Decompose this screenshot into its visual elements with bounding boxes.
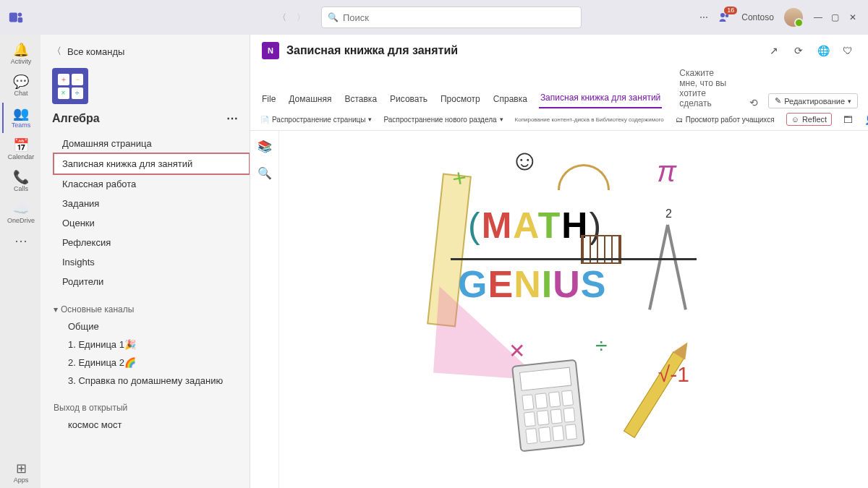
notebook-nav-rail: 📚 🔍 <box>250 131 279 488</box>
svg-rect-0 <box>9 13 17 22</box>
bell-icon: 🔔 <box>13 43 29 56</box>
svg-point-3 <box>720 13 725 17</box>
tab-reflect[interactable]: Рефлексия <box>41 233 250 252</box>
class-notebook-toolbar: 📄 Распространение страницы ▾ Распростран… <box>250 108 868 131</box>
tab-assignments[interactable]: Задания <box>41 194 250 213</box>
calendar-icon: 📅 <box>13 139 29 152</box>
pencil-icon: ✎ <box>775 96 781 106</box>
copy-to-library-button[interactable]: Копирование контент-диска в Библиотеку с… <box>515 116 664 123</box>
ribbon-view[interactable]: Просмотр <box>439 91 482 108</box>
chevron-left-icon: 〈 <box>52 45 61 58</box>
org-name: Contoso <box>741 12 774 22</box>
ribbon-draw[interactable]: Рисовать <box>388 91 429 108</box>
open-external-icon[interactable]: ↗ <box>765 42 783 59</box>
tab-insights[interactable]: Insights <box>41 252 250 272</box>
svg-point-1 <box>18 13 22 17</box>
ribbon-file[interactable]: File <box>260 91 277 108</box>
rail-calendar[interactable]: 📅Calendar <box>2 134 38 165</box>
global-search[interactable]: 🔍 <box>321 7 582 28</box>
rail-more[interactable]: ⋯ <box>2 230 38 252</box>
chevron-down-icon: ▾ <box>54 304 58 314</box>
search-page-icon[interactable]: 🔍 <box>258 166 272 180</box>
ribbon-help[interactable]: Справка <box>492 91 529 108</box>
teams-logo-icon <box>6 7 26 27</box>
team-tabs: Домашняя страница Записная книжка для за… <box>41 134 250 296</box>
ribbon-insert[interactable]: Вставка <box>343 91 378 108</box>
rail-activity[interactable]: 🔔Activity <box>2 39 38 69</box>
window-titlebar: 〈 〉 🔍 ⋯ 16 Contoso — ▢ ✕ <box>0 0 868 35</box>
sync-icon[interactable]: ⟲ <box>749 97 758 108</box>
app-rail: 🔔Activity 💬Chat 👥Teams 📅Calendar 📞Calls … <box>0 35 41 488</box>
svg-rect-2 <box>18 17 22 22</box>
ribbon-class-notebook[interactable]: Записная книжка для занятий <box>539 90 662 108</box>
more-icon: ⋯ <box>14 234 27 247</box>
globe-icon[interactable]: 🌐 <box>814 42 832 59</box>
notebook-canvas[interactable]: + ☺ π 2 (MATH) GENIUS ✕ ÷ √-1 <box>279 131 868 488</box>
distribute-page-button[interactable]: 📄 Распространение страницы ▾ <box>260 116 372 124</box>
review-icon: 🗂 <box>676 116 683 124</box>
main-area: 🔔Activity 💬Chat 👥Teams 📅Calendar 📞Calls … <box>0 35 868 488</box>
group2-header[interactable]: Выход в открытый <box>41 400 250 416</box>
page-icon: 📄 <box>260 116 269 124</box>
ribbon-home[interactable]: Домашняя <box>287 91 333 108</box>
refresh-icon[interactable]: ⟳ <box>790 42 807 59</box>
teams-icon: 👥 <box>13 107 29 120</box>
channel-unit1[interactable]: 1. Единица 1🎉 <box>41 335 250 354</box>
math-genius-art: + ☺ π 2 (MATH) GENIUS ✕ ÷ √-1 <box>429 138 718 449</box>
close-button[interactable]: ✕ <box>848 12 858 22</box>
distribute-section-button[interactable]: Распространение нового раздела ▾ <box>383 116 503 124</box>
channels-header[interactable]: ▾Основные каналы <box>41 301 250 317</box>
rail-teams[interactable]: 👥Teams <box>2 103 38 133</box>
channel-unit2[interactable]: 2. Единица 2🌈 <box>41 354 250 372</box>
tab-parents[interactable]: Родители <box>41 272 250 291</box>
search-icon: 🔍 <box>328 12 339 22</box>
content-header: N Записная книжка для занятий ↗ ⟳ 🌐 🛡 <box>250 35 868 64</box>
toolbar-addon-1-icon[interactable]: 🗔 <box>843 114 853 125</box>
chevron-down-icon: ▾ <box>368 116 372 123</box>
review-student-work-button[interactable]: 🗂 Просмотр работ учащихся <box>676 116 775 124</box>
rail-onedrive[interactable]: ☁️OneDrive <box>2 198 38 228</box>
back-to-teams[interactable]: 〈 Все команды <box>41 35 250 64</box>
tab-home[interactable]: Домашняя страница <box>41 134 250 153</box>
notebook-page-wrap: 📚 🔍 + ☺ π 2 (MATH) GENIUS ✕ <box>250 131 868 488</box>
channel-hw-help[interactable]: 3. Справка по домашнему заданию <box>41 372 250 390</box>
org-button[interactable]: 16 <box>718 11 731 24</box>
rail-chat[interactable]: 💬Chat <box>2 71 38 101</box>
rail-apps[interactable]: ⊞Apps <box>2 458 38 488</box>
tell-me-search[interactable]: Скажите мне, что вы хотите сделать <box>679 68 729 108</box>
minimize-button[interactable]: — <box>813 12 823 22</box>
more-icon[interactable]: ⋯ <box>699 12 708 22</box>
apps-icon: ⊞ <box>16 462 27 475</box>
shield-icon[interactable]: 🛡 <box>839 42 856 59</box>
nav-back-icon[interactable]: 〈 <box>278 12 286 24</box>
channel-general[interactable]: Общие <box>41 317 250 335</box>
chevron-down-icon: ▾ <box>500 116 503 123</box>
toolbar-people-icon[interactable]: 👤▾ <box>864 114 868 125</box>
chat-icon: 💬 <box>13 75 29 88</box>
svg-point-4 <box>726 14 729 18</box>
tab-classwork[interactable]: Классная работа <box>41 174 250 194</box>
chevron-down-icon: ▾ <box>848 98 851 105</box>
rail-calls[interactable]: 📞Calls <box>2 166 38 197</box>
team-more-icon[interactable]: ⋯ <box>226 111 238 125</box>
window-controls: — ▢ ✕ <box>813 12 858 22</box>
team-name: Алгебра <box>52 112 100 125</box>
nav-forward-icon[interactable]: 〉 <box>297 12 305 24</box>
tab-class-notebook[interactable]: Записная книжка для занятий <box>54 153 250 174</box>
user-avatar[interactable] <box>784 8 803 27</box>
channel-space-bridge[interactable]: космос мост <box>41 416 250 434</box>
notification-badge: 16 <box>724 7 737 14</box>
content-title: Записная книжка для занятий <box>286 44 458 57</box>
reflect-button[interactable]: ☺ Reflect <box>786 113 832 126</box>
tab-grades[interactable]: Оценки <box>41 213 250 233</box>
calls-icon: 📞 <box>13 171 29 184</box>
editing-mode-button[interactable]: ✎ Редактирование▾ <box>768 93 858 108</box>
maximize-button[interactable]: ▢ <box>830 12 841 22</box>
ribbon-tabs: File Домашняя Вставка Рисовать Просмотр … <box>250 64 868 108</box>
content-area: N Записная книжка для занятий ↗ ⟳ 🌐 🛡 Fi… <box>250 35 868 488</box>
search-input[interactable] <box>343 12 575 23</box>
cloud-icon: ☁️ <box>13 202 29 215</box>
team-tile[interactable]: ＋－×÷ <box>52 68 88 104</box>
team-sidebar: 〈 Все команды ＋－×÷ Алгебра ⋯ Домашняя ст… <box>41 35 250 488</box>
sections-icon[interactable]: 📚 <box>258 140 272 153</box>
